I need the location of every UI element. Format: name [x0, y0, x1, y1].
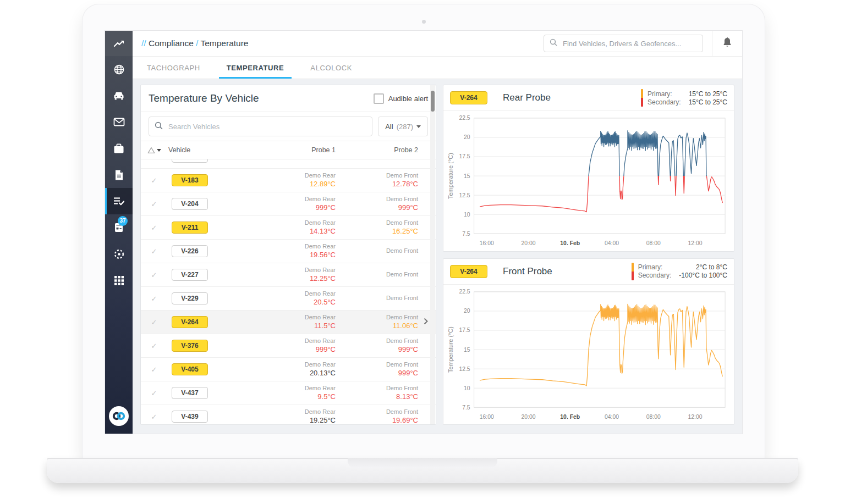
column-probe1[interactable]: Probe 1 — [261, 146, 341, 154]
breadcrumb-section[interactable]: Compliance — [149, 38, 194, 48]
sidebar-item-documents[interactable] — [105, 162, 133, 188]
vehicle-plate-badge[interactable]: V-211 — [172, 221, 208, 234]
table-row[interactable]: ✓ V-437 Demo Rear 9.5°C Demo Front 8.13°… — [141, 381, 436, 405]
probe2-cell: Demo Front 19.69°C — [341, 408, 424, 424]
vehicle-plate-badge[interactable] — [172, 159, 208, 163]
vehicle-plate-badge[interactable]: V-229 — [172, 292, 208, 304]
svg-text:7.5: 7.5 — [462, 404, 470, 410]
vehicle-plate-badge[interactable]: V-405 — [172, 363, 208, 375]
table-row[interactable]: ✓ V-183 Demo Rear 12.89°C Demo Front 12.… — [141, 169, 436, 192]
svg-text:16:00: 16:00 — [480, 414, 494, 420]
probe1-value: 19.88°C — [261, 159, 336, 161]
svg-text:04:00: 04:00 — [605, 414, 619, 420]
laptop-base — [47, 458, 798, 483]
vehicle-plate-badge[interactable]: V-204 — [172, 198, 208, 210]
svg-text:22.5: 22.5 — [459, 289, 470, 295]
probe2-value: 999°C — [341, 203, 418, 212]
sidebar-item-settings[interactable] — [105, 241, 133, 267]
probe2-label: Demo Front — [341, 337, 418, 345]
audible-alert-checkbox[interactable] — [374, 93, 384, 104]
tab-bar: TACHOGRAPH TEMPERATURE ALCOLOCK — [133, 57, 742, 79]
sidebar-item-jobs[interactable] — [105, 135, 133, 162]
sidebar-spacer — [105, 293, 133, 398]
audible-alert-label: Audible alert — [388, 95, 428, 103]
svg-text:20: 20 — [464, 308, 470, 314]
sidebar-item-messages[interactable] — [105, 109, 133, 135]
secondary-range: 15°C to 25°C — [689, 98, 727, 106]
table-row[interactable]: ✓ V-264 Demo Rear 11.5°C Demo Front 11.0… — [141, 311, 436, 334]
check-icon: ✓ — [141, 342, 167, 350]
probe2-cell: Demo Front 12.78°C — [341, 172, 424, 189]
vehicle-search-input[interactable] — [167, 122, 366, 131]
vehicle-filter-dropdown[interactable]: All (287) — [378, 117, 428, 136]
probe1-value: 12.89°C — [261, 180, 336, 189]
sidebar-item-apps[interactable] — [105, 267, 133, 293]
vehicle-plate-badge[interactable]: V-226 — [172, 245, 208, 257]
probe1-value: 12.25°C — [261, 274, 336, 283]
vehicle-plate-badge[interactable]: V-376 — [172, 340, 208, 352]
primary-range: 15°C to 25°C — [689, 90, 727, 98]
audible-alert-toggle[interactable]: Audible alert — [374, 93, 428, 104]
vehicle-plate-badge[interactable]: V-439 — [172, 411, 208, 423]
check-icon: ✓ — [141, 247, 167, 256]
sidebar-item-dashboard[interactable] — [113, 30, 125, 57]
probe1-cell: Demo Rear 999°C — [261, 196, 341, 212]
sidebar-item-tachograph[interactable]: 37 — [105, 214, 133, 241]
breadcrumb-page: Temperature — [200, 38, 248, 48]
vehicle-search[interactable] — [149, 117, 372, 136]
scrollbar-thumb[interactable] — [431, 91, 435, 112]
sidebar-item-vehicles[interactable] — [105, 82, 133, 109]
svg-text:10. Feb: 10. Feb — [560, 414, 580, 420]
probe2-cell: Demo Front 999°C — [341, 361, 424, 378]
column-vehicle[interactable]: Vehicle — [167, 146, 239, 154]
vehicle-plate-badge[interactable]: V-264 — [450, 91, 487, 104]
front-probe-header: V-264 Front Probe Primary: 2°C to 8°C Se… — [443, 259, 734, 285]
front-probe-chart-body: 7.51012.51517.52022.516:0020:0010. Feb04… — [443, 285, 734, 425]
svg-text:10. Feb: 10. Feb — [560, 240, 580, 246]
infinity-logo-icon — [109, 406, 129, 426]
probe1-label: Demo Rear — [261, 385, 336, 392]
table-row[interactable]: ✓ V-439 Demo Rear 19.25°C Demo Front 19.… — [141, 405, 436, 424]
check-icon: ✓ — [141, 389, 167, 397]
probe1-value: 999°C — [261, 345, 336, 354]
table-row[interactable]: ✓ V-376 Demo Rear 999°C Demo Front 999°C — [141, 334, 436, 358]
table-row[interactable]: ✓ V-204 Demo Rear 999°C Demo Front 999°C — [141, 192, 436, 216]
svg-text:Temperature (°C): Temperature (°C) — [447, 153, 454, 199]
front-probe-chart[interactable]: 7.51012.51517.52022.516:0020:0010. Feb04… — [446, 287, 732, 424]
vehicle-list-scrollbar[interactable] — [430, 85, 435, 424]
svg-text:17.5: 17.5 — [459, 327, 470, 333]
table-row[interactable]: ✓ 19.88°C — [141, 159, 436, 169]
brand-logo[interactable] — [105, 398, 133, 434]
vehicle-plate-badge[interactable]: V-264 — [172, 316, 208, 328]
vehicle-plate-badge[interactable]: V-264 — [450, 265, 487, 278]
global-search[interactable] — [544, 35, 703, 52]
rear-probe-chart[interactable]: 7.51012.51517.52022.516:0020:0010. Feb04… — [446, 113, 732, 251]
global-search-input[interactable] — [562, 39, 697, 48]
sidebar-item-compliance[interactable] — [105, 188, 133, 214]
table-row[interactable]: ✓ V-227 Demo Rear 12.25°C Demo Front — [141, 263, 436, 287]
tab-temperature[interactable]: TEMPERATURE — [215, 57, 297, 79]
tab-tachograph[interactable]: TACHOGRAPH — [135, 57, 212, 79]
table-row[interactable]: ✓ V-229 Demo Rear 20.5°C Demo Front — [141, 287, 436, 311]
sidebar: 37 — [105, 31, 133, 434]
chart-title: Front Probe — [503, 266, 552, 277]
probe1-cell: Demo Rear 11.5°C — [261, 314, 341, 330]
table-row[interactable]: ✓ V-211 Demo Rear 14.13°C Demo Front 16.… — [141, 216, 436, 240]
vehicle-plate-badge[interactable]: V-227 — [172, 269, 208, 281]
notifications-button[interactable] — [712, 31, 742, 56]
sidebar-items: 37 — [105, 56, 133, 293]
alert-sort-control[interactable] — [141, 147, 167, 154]
grid-icon — [114, 275, 124, 286]
probe1-value: 19.25°C — [261, 416, 336, 424]
vehicle-plate-badge[interactable]: V-437 — [172, 387, 208, 399]
column-probe2[interactable]: Probe 2 — [341, 146, 424, 154]
probe2-cell: Demo Front 8.13°C — [341, 385, 424, 401]
vehicle-rows: ✓ 19.88°C ✓ V-183 Demo Rear 12.89°C Demo… — [141, 159, 436, 424]
bell-icon — [722, 37, 732, 50]
table-row[interactable]: ✓ V-226 Demo Rear 19.56°C Demo Front — [141, 240, 436, 263]
tab-alcolock[interactable]: ALCOLOCK — [298, 57, 364, 79]
table-row[interactable]: ✓ V-405 Demo Rear 20.13°C Demo Front 999… — [141, 358, 436, 381]
sidebar-item-map[interactable] — [105, 56, 133, 82]
vehicle-plate-badge[interactable]: V-183 — [172, 174, 208, 186]
notification-count-badge: 37 — [118, 216, 128, 226]
